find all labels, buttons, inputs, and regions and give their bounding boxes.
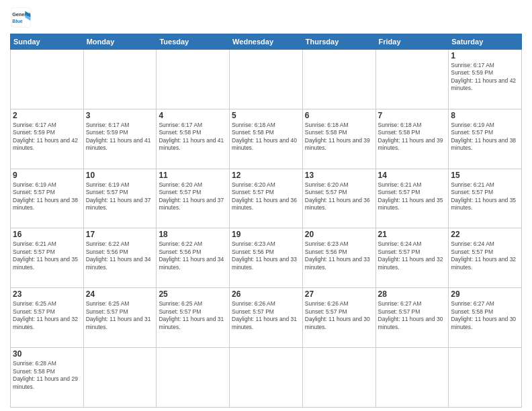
day-info: Sunrise: 6:20 AM Sunset: 5:57 PM Dayligh… bbox=[232, 181, 300, 212]
day-number: 17 bbox=[86, 230, 154, 239]
calendar-cell: 26Sunrise: 6:26 AM Sunset: 5:57 PM Dayli… bbox=[230, 288, 303, 348]
day-number: 18 bbox=[159, 230, 227, 239]
header-saturday: Saturday bbox=[449, 34, 522, 50]
day-number: 28 bbox=[378, 289, 447, 299]
day-number: 26 bbox=[232, 289, 300, 299]
calendar-cell bbox=[83, 50, 157, 109]
calendar-cell bbox=[11, 50, 84, 109]
day-number: 7 bbox=[378, 111, 447, 120]
day-info: Sunrise: 6:26 AM Sunset: 5:57 PM Dayligh… bbox=[305, 300, 373, 331]
day-number: 8 bbox=[451, 111, 519, 120]
calendar-cell bbox=[375, 50, 449, 109]
calendar-cell: 1Sunrise: 6:17 AM Sunset: 5:59 PM Daylig… bbox=[449, 50, 522, 109]
day-info: Sunrise: 6:19 AM Sunset: 5:57 PM Dayligh… bbox=[86, 181, 154, 212]
calendar-cell: 6Sunrise: 6:18 AM Sunset: 5:58 PM Daylig… bbox=[302, 109, 375, 169]
header-sunday: Sunday bbox=[11, 34, 84, 50]
calendar-cell: 14Sunrise: 6:21 AM Sunset: 5:57 PM Dayli… bbox=[375, 169, 449, 228]
day-number: 23 bbox=[13, 289, 81, 299]
calendar-cell: 17Sunrise: 6:22 AM Sunset: 5:56 PM Dayli… bbox=[83, 228, 157, 288]
day-info: Sunrise: 6:20 AM Sunset: 5:57 PM Dayligh… bbox=[305, 181, 373, 212]
day-info: Sunrise: 6:25 AM Sunset: 5:57 PM Dayligh… bbox=[159, 300, 227, 331]
day-number: 10 bbox=[86, 171, 154, 180]
header-tuesday: Tuesday bbox=[157, 34, 230, 50]
day-number: 5 bbox=[232, 111, 300, 120]
day-number: 22 bbox=[451, 230, 519, 239]
day-info: Sunrise: 6:18 AM Sunset: 5:58 PM Dayligh… bbox=[305, 122, 373, 152]
calendar-cell: 28Sunrise: 6:27 AM Sunset: 5:57 PM Dayli… bbox=[375, 288, 449, 348]
day-info: Sunrise: 6:26 AM Sunset: 5:57 PM Dayligh… bbox=[232, 300, 300, 331]
header-monday: Monday bbox=[83, 34, 157, 50]
calendar-cell: 9Sunrise: 6:19 AM Sunset: 5:57 PM Daylig… bbox=[11, 169, 84, 228]
day-info: Sunrise: 6:21 AM Sunset: 5:57 PM Dayligh… bbox=[451, 181, 519, 212]
day-info: Sunrise: 6:18 AM Sunset: 5:58 PM Dayligh… bbox=[378, 122, 447, 152]
calendar-cell bbox=[375, 348, 449, 408]
calendar-cell: 4Sunrise: 6:17 AM Sunset: 5:58 PM Daylig… bbox=[157, 109, 230, 169]
calendar-cell: 18Sunrise: 6:22 AM Sunset: 5:56 PM Dayli… bbox=[157, 228, 230, 288]
day-number: 6 bbox=[305, 111, 373, 120]
calendar-cell: 16Sunrise: 6:21 AM Sunset: 5:57 PM Dayli… bbox=[11, 228, 84, 288]
day-number: 4 bbox=[159, 111, 227, 120]
day-info: Sunrise: 6:22 AM Sunset: 5:56 PM Dayligh… bbox=[86, 240, 154, 271]
calendar-cell: 22Sunrise: 6:24 AM Sunset: 5:57 PM Dayli… bbox=[449, 228, 522, 288]
calendar-cell: 25Sunrise: 6:25 AM Sunset: 5:57 PM Dayli… bbox=[157, 288, 230, 348]
day-number: 20 bbox=[305, 230, 373, 239]
day-number: 27 bbox=[305, 289, 373, 299]
day-info: Sunrise: 6:21 AM Sunset: 5:57 PM Dayligh… bbox=[13, 240, 81, 271]
day-number: 1 bbox=[451, 51, 519, 60]
header-wednesday: Wednesday bbox=[230, 34, 303, 50]
calendar-cell: 27Sunrise: 6:26 AM Sunset: 5:57 PM Dayli… bbox=[302, 288, 375, 348]
calendar-cell: 8Sunrise: 6:19 AM Sunset: 5:57 PM Daylig… bbox=[449, 109, 522, 169]
calendar-cell: 21Sunrise: 6:24 AM Sunset: 5:57 PM Dayli… bbox=[375, 228, 449, 288]
calendar-cell: 24Sunrise: 6:25 AM Sunset: 5:57 PM Dayli… bbox=[83, 288, 157, 348]
logo-icon: General Blue bbox=[10, 7, 32, 28]
day-number: 29 bbox=[451, 289, 519, 299]
day-number: 13 bbox=[305, 171, 373, 180]
calendar-cell bbox=[302, 348, 375, 408]
page: General Blue Sunday Monday Tuesday Wedne… bbox=[0, 0, 532, 411]
day-info: Sunrise: 6:28 AM Sunset: 5:58 PM Dayligh… bbox=[13, 360, 81, 391]
day-info: Sunrise: 6:23 AM Sunset: 5:56 PM Dayligh… bbox=[305, 240, 373, 271]
day-number: 16 bbox=[13, 230, 81, 239]
day-info: Sunrise: 6:25 AM Sunset: 5:57 PM Dayligh… bbox=[13, 300, 81, 331]
calendar-cell: 29Sunrise: 6:27 AM Sunset: 5:58 PM Dayli… bbox=[449, 288, 522, 348]
day-number: 14 bbox=[378, 171, 447, 180]
day-info: Sunrise: 6:20 AM Sunset: 5:57 PM Dayligh… bbox=[159, 181, 227, 212]
calendar-cell: 5Sunrise: 6:18 AM Sunset: 5:58 PM Daylig… bbox=[230, 109, 303, 169]
day-number: 30 bbox=[13, 349, 81, 359]
day-info: Sunrise: 6:23 AM Sunset: 5:56 PM Dayligh… bbox=[232, 240, 300, 271]
day-number: 25 bbox=[159, 289, 227, 299]
calendar-cell: 13Sunrise: 6:20 AM Sunset: 5:57 PM Dayli… bbox=[302, 169, 375, 228]
day-number: 21 bbox=[378, 230, 447, 239]
day-info: Sunrise: 6:17 AM Sunset: 5:59 PM Dayligh… bbox=[451, 62, 519, 93]
day-number: 19 bbox=[232, 230, 300, 239]
day-info: Sunrise: 6:17 AM Sunset: 5:59 PM Dayligh… bbox=[86, 122, 154, 152]
calendar-cell bbox=[83, 348, 157, 408]
calendar-cell: 19Sunrise: 6:23 AM Sunset: 5:56 PM Dayli… bbox=[230, 228, 303, 288]
day-number: 2 bbox=[13, 111, 81, 120]
calendar-cell bbox=[230, 50, 303, 109]
calendar-cell: 3Sunrise: 6:17 AM Sunset: 5:59 PM Daylig… bbox=[83, 109, 157, 169]
day-number: 9 bbox=[13, 171, 81, 180]
day-info: Sunrise: 6:24 AM Sunset: 5:57 PM Dayligh… bbox=[378, 240, 447, 271]
calendar-cell: 2Sunrise: 6:17 AM Sunset: 5:59 PM Daylig… bbox=[11, 109, 84, 169]
day-info: Sunrise: 6:17 AM Sunset: 5:59 PM Dayligh… bbox=[13, 122, 81, 152]
calendar-cell: 15Sunrise: 6:21 AM Sunset: 5:57 PM Dayli… bbox=[449, 169, 522, 228]
day-number: 12 bbox=[232, 171, 300, 180]
day-number: 3 bbox=[86, 111, 154, 120]
day-number: 15 bbox=[451, 171, 519, 180]
header: General Blue bbox=[10, 7, 522, 28]
day-info: Sunrise: 6:17 AM Sunset: 5:58 PM Dayligh… bbox=[159, 122, 227, 152]
calendar-body: 1Sunrise: 6:17 AM Sunset: 5:59 PM Daylig… bbox=[11, 50, 522, 408]
day-info: Sunrise: 6:21 AM Sunset: 5:57 PM Dayligh… bbox=[378, 181, 447, 212]
calendar-cell bbox=[157, 50, 230, 109]
calendar-cell: 12Sunrise: 6:20 AM Sunset: 5:57 PM Dayli… bbox=[230, 169, 303, 228]
calendar-cell: 23Sunrise: 6:25 AM Sunset: 5:57 PM Dayli… bbox=[11, 288, 84, 348]
day-info: Sunrise: 6:22 AM Sunset: 5:56 PM Dayligh… bbox=[159, 240, 227, 271]
calendar-cell: 11Sunrise: 6:20 AM Sunset: 5:57 PM Dayli… bbox=[157, 169, 230, 228]
day-info: Sunrise: 6:24 AM Sunset: 5:57 PM Dayligh… bbox=[451, 240, 519, 271]
logo: General Blue bbox=[10, 7, 34, 28]
day-info: Sunrise: 6:27 AM Sunset: 5:57 PM Dayligh… bbox=[378, 300, 447, 331]
day-info: Sunrise: 6:27 AM Sunset: 5:58 PM Dayligh… bbox=[451, 300, 519, 331]
calendar-cell bbox=[157, 348, 230, 408]
calendar-cell: 7Sunrise: 6:18 AM Sunset: 5:58 PM Daylig… bbox=[375, 109, 449, 169]
